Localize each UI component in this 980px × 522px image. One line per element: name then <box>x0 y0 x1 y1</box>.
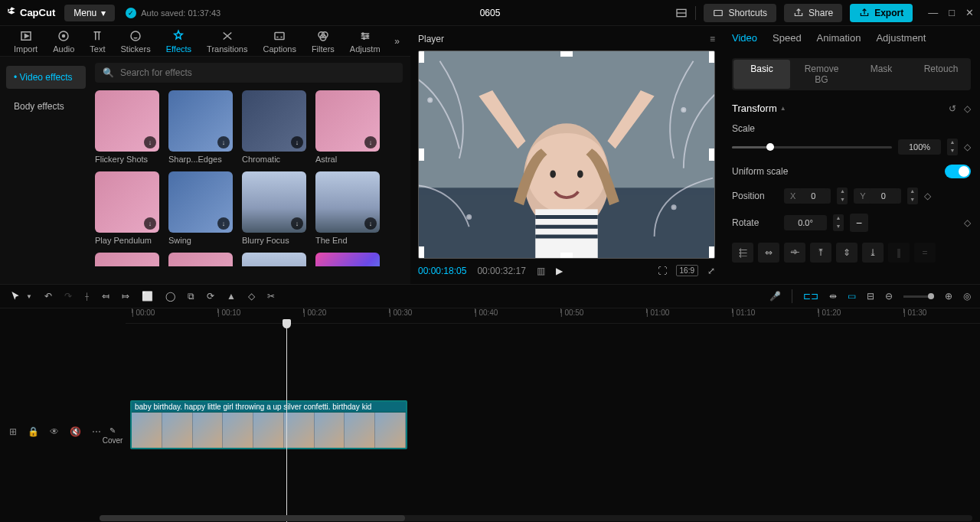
effect-item[interactable]: ↓ <box>242 253 306 266</box>
timeline[interactable]: | 00:00| 00:10| 00:20| 00:30| 00:40| 00:… <box>0 308 980 522</box>
lock-icon[interactable]: 🔒 <box>28 426 39 437</box>
layout-icon[interactable] <box>675 7 688 19</box>
position-keyframe[interactable]: ◇ <box>924 191 931 201</box>
dist-v[interactable]: = <box>914 243 936 263</box>
sidebar-body-effects[interactable]: Body effects <box>6 95 86 118</box>
menu-button[interactable]: Menu ▾ <box>64 5 115 21</box>
select-tool[interactable] <box>9 290 21 302</box>
redo-button[interactable]: ↷ <box>64 291 72 302</box>
search-box[interactable]: 🔍 <box>95 63 403 83</box>
effect-item[interactable]: ↓Blurry Focus <box>242 171 306 245</box>
search-input[interactable] <box>120 67 395 78</box>
effect-item[interactable]: ↓Astral <box>315 90 380 164</box>
align-bottom[interactable]: ⤓ <box>862 243 884 263</box>
zoom-fit-icon[interactable]: ◎ <box>963 291 971 302</box>
rtab-animation[interactable]: Animation <box>817 32 861 44</box>
align-vcenter[interactable]: ⇕ <box>836 243 858 263</box>
download-icon[interactable]: ↓ <box>217 136 230 148</box>
download-icon[interactable]: ↓ <box>291 217 303 230</box>
crop-tool[interactable]: ⬜ <box>142 291 153 302</box>
close-icon[interactable]: ✕ <box>965 7 974 18</box>
align-right[interactable]: ⬲ <box>784 243 805 263</box>
tab-stickers[interactable]: Stickers <box>113 29 158 54</box>
mute-icon[interactable]: 🔇 <box>70 426 81 437</box>
sidebar-video-effects[interactable]: Video effects <box>6 66 86 89</box>
maximize-icon[interactable]: □ <box>949 7 955 18</box>
tab-import[interactable]: Import <box>6 29 45 54</box>
split-tool[interactable]: ⟊ <box>84 291 90 302</box>
subtab-retouch[interactable]: Retouch <box>913 60 969 89</box>
rtab-adjustment[interactable]: Adjustment <box>876 32 926 44</box>
fullscreen-icon[interactable]: ⤢ <box>707 266 715 276</box>
download-icon[interactable]: ↓ <box>144 217 156 230</box>
dist-h[interactable]: ‖ <box>888 243 910 263</box>
mic-icon[interactable]: 🎤 <box>769 291 781 302</box>
eye-icon[interactable]: 👁 <box>50 426 59 437</box>
align-top[interactable]: ⤒ <box>810 243 831 263</box>
tab-adjustment[interactable]: Adjustm <box>342 29 388 54</box>
scale-fit-icon[interactable]: ⛶ <box>658 266 667 276</box>
crop-img-tool[interactable]: ✂ <box>267 291 275 302</box>
download-icon[interactable]: ↓ <box>217 217 230 230</box>
zoom-in-icon[interactable]: ⊕ <box>945 291 952 302</box>
undo-button[interactable]: ↶ <box>44 291 52 302</box>
video-clip[interactable]: baby birthday. happy little girl throwin… <box>130 400 407 449</box>
shortcuts-button[interactable]: Shortcuts <box>704 4 776 22</box>
tab-transitions[interactable]: Transitions <box>199 29 255 54</box>
effect-item[interactable]: ↓Chromatic <box>242 90 306 164</box>
effect-item[interactable]: ↓ <box>95 253 159 266</box>
align-left[interactable]: ⬱ <box>732 243 753 263</box>
tab-effects[interactable]: Effects <box>158 29 199 54</box>
effect-item[interactable]: ↓Sharp...Edges <box>168 90 233 164</box>
cut-icon[interactable]: ⊟ <box>867 291 874 302</box>
download-icon[interactable]: ↓ <box>144 136 156 148</box>
reset-icon[interactable]: ↺ <box>949 103 956 114</box>
effect-item[interactable]: ↓Swing <box>168 171 233 245</box>
cover-button[interactable]: ✎ Cover <box>103 426 122 445</box>
keyframe-icon[interactable]: ◇ <box>964 103 971 114</box>
tabs-more-icon[interactable]: » <box>390 36 404 47</box>
speed-tool[interactable]: ⟳ <box>207 291 214 302</box>
download-icon[interactable]: ↓ <box>364 136 377 148</box>
split-right[interactable]: ⤇ <box>122 291 129 302</box>
scale-stepper[interactable]: ▲▼ <box>947 139 958 155</box>
effect-item[interactable]: ↓Play Pendulum <box>95 171 159 245</box>
timeline-scrollbar[interactable] <box>100 515 972 521</box>
preview-on-icon[interactable]: ▭ <box>848 291 856 302</box>
export-button[interactable]: Export <box>850 4 913 22</box>
scale-slider[interactable] <box>732 146 892 148</box>
pos-y-stepper[interactable]: ▲▼ <box>907 188 918 204</box>
tab-audio[interactable]: Audio <box>45 29 82 54</box>
compare-icon[interactable]: ▥ <box>537 266 545 276</box>
select-dropdown[interactable]: ▼ <box>26 293 32 300</box>
link-icon[interactable]: ⇹ <box>829 291 837 302</box>
rtab-speed[interactable]: Speed <box>773 32 802 44</box>
aspect-ratio[interactable]: 16:9 <box>676 265 698 276</box>
effect-item[interactable]: ↓ <box>168 253 233 266</box>
pos-x-stepper[interactable]: ▲▼ <box>837 188 848 204</box>
rtab-video[interactable]: Video <box>732 32 757 44</box>
more-icon[interactable]: ⋯ <box>92 426 101 437</box>
rotate-input[interactable]: 0.0° <box>784 215 827 230</box>
download-icon[interactable]: ↓ <box>364 217 377 230</box>
mask-tool[interactable]: ◯ <box>165 291 175 302</box>
copy-tool[interactable]: ⧉ <box>188 291 194 302</box>
subtab-mask[interactable]: Mask <box>853 60 910 89</box>
expand-icon[interactable]: ⊞ <box>9 426 17 437</box>
time-ruler[interactable]: | 00:00| 00:10| 00:20| 00:30| 00:40| 00:… <box>126 308 980 324</box>
subtab-basic[interactable]: Basic <box>733 60 790 89</box>
download-icon[interactable]: ↓ <box>291 136 303 148</box>
zoom-slider[interactable] <box>903 295 934 298</box>
scale-keyframe[interactable]: ◇ <box>964 142 971 152</box>
rotate-keyframe[interactable]: ◇ <box>964 217 971 228</box>
tab-filters[interactable]: Filters <box>304 29 342 54</box>
subtab-removebg[interactable]: Remove BG <box>793 60 850 89</box>
effect-item[interactable]: ↓ <box>315 253 380 266</box>
tab-text[interactable]: Text <box>82 29 113 54</box>
effect-item[interactable]: ↓The End <box>315 171 380 245</box>
magnet-on-icon[interactable]: ⊏⊐ <box>803 291 818 302</box>
mirror-button[interactable]: – <box>850 214 868 232</box>
play-button[interactable]: ▶ <box>556 266 563 276</box>
uniform-scale-toggle[interactable] <box>945 165 971 178</box>
share-button[interactable]: Share <box>784 4 842 22</box>
